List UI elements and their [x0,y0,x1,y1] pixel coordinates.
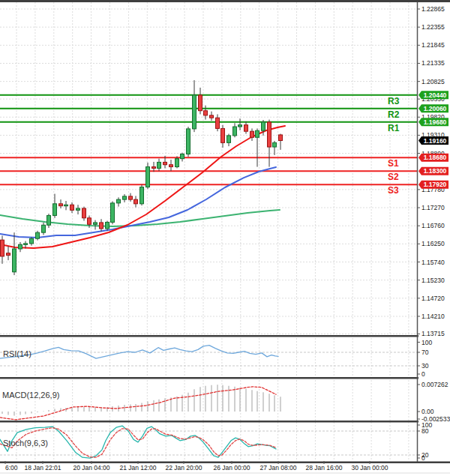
candle-body [140,187,144,204]
price-axis-label: 1.13715 [422,330,445,337]
panel-separator [0,377,418,379]
time-axis-line [0,462,450,464]
candle-body [256,130,260,137]
resistance-badge-r2-text: 1.20060 [424,105,447,112]
candle-body [59,204,63,206]
time-axis-label: 22 Jan 20:00 [165,464,202,472]
time-axis-label: 18 Jan 22:01 [24,464,61,472]
candle-body [1,240,4,256]
time-axis-label: 21 Jan 12:00 [119,464,156,472]
chart-window: 1.228651.223551.218451.213351.208251.203… [0,0,450,476]
candle-body [238,125,242,127]
candle-body [170,165,173,167]
rsi-axis-label: 30 [422,362,429,370]
candle-body [47,215,51,225]
price-axis-label: 1.20825 [422,78,445,85]
time-axis-label: 27 Jan 08:00 [260,464,296,472]
current-price-badge-text: 1.19160 [424,137,447,145]
resistance-badge-r1-text: 1.19680 [424,118,447,126]
candle-body [221,128,225,142]
panel-separator [0,335,418,337]
price-axis-label: 1.17270 [422,204,445,211]
price-axis-label: 1.21845 [422,41,445,49]
candle-body [24,244,28,245]
candle-body [216,118,220,128]
price-axis-label: 1.22355 [422,23,445,31]
time-axis-label: 20 Jan 04:00 [73,464,110,472]
candle-body [181,154,184,159]
panel-separator [0,421,418,423]
candle-body [164,162,167,164]
resistance-badge-r1: 1.19680 [418,118,448,126]
candle-body [123,196,127,199]
time-axis-label: 30 Jan 00:00 [351,464,388,472]
time-axis-label: 26 Jan 00:00 [213,464,250,472]
candle-body [176,159,179,167]
macd-axis-label: 0.007262 [422,381,448,388]
support-badge-s3: 1.17920 [418,181,448,189]
candle-body [273,142,277,147]
rsi-axis-label: 70 [422,349,429,356]
support-badge-s2: 1.18300 [418,167,448,175]
candle-body [100,223,104,229]
candle-body [82,208,86,218]
candle-body [42,225,46,232]
price-axis-label: 1.14210 [422,313,445,320]
stoch-axis-label: 80 [422,427,429,435]
candle-body [134,199,138,204]
candle-body [146,167,150,187]
price-axis-label: 1.15230 [422,277,445,284]
price-axis-label: 1.16250 [422,240,445,247]
support-label-s2: S2 [388,172,399,181]
candle-body [244,125,248,132]
window-top-border [0,0,450,2]
candle-body [88,218,92,225]
support-badge-s2-text: 1.18300 [424,167,447,175]
candle-body [152,167,156,169]
candle-body [199,95,202,111]
chart-background [0,0,450,476]
candle-body [76,208,80,210]
price-axis-label: 1.15740 [422,259,445,266]
current-price-badge: 1.19160 [418,136,448,145]
price-axis-label: 1.14720 [422,295,445,302]
candle-body [19,244,22,249]
candle-body [250,131,254,137]
candle-body [227,136,231,142]
resistance-badge-r2: 1.20060 [418,104,448,112]
candle-body [7,253,10,256]
time-axis-label: 28 Jan 16:00 [305,464,342,472]
price-chart-canvas[interactable]: 1.228651.223551.218451.213351.208251.203… [0,0,450,476]
candle-body [187,129,190,154]
macd-axis-label: 0.00 [422,408,434,415]
resistance-badge-r3-text: 1.20440 [424,91,447,99]
candle-body [111,203,115,223]
support-label-s3: S3 [388,186,399,195]
stoch-indicator-label: Stoch(9,6,3) [3,439,48,448]
candle-body [13,249,16,272]
support-badge-s1: 1.18680 [418,154,448,162]
candle-body [262,122,266,130]
resistance-badge-r3: 1.20440 [418,91,448,99]
candle-body [210,115,214,118]
resistance-label-r3: R3 [388,97,399,106]
candle-body [70,205,74,210]
candle-body [204,111,208,115]
stoch-axis-label: 0 [422,454,425,462]
resistance-label-r1: R1 [388,124,399,133]
candle-body [117,199,121,203]
rsi-indicator-label: RSI(14) [3,349,32,358]
rsi-axis-label: 100 [422,339,432,346]
candle-body [36,232,40,238]
support-label-s1: S1 [388,159,399,168]
price-axis-label: 1.16760 [422,222,445,229]
candle-body [158,162,161,168]
candle-body [193,95,196,129]
resistance-label-r2: R2 [388,110,399,119]
candle-body [64,205,68,206]
candle-body [94,223,98,224]
candle-body [30,238,34,244]
candle-body [53,204,57,216]
support-badge-s3-text: 1.17920 [424,181,447,188]
rsi-axis-label: 0 [422,370,425,378]
